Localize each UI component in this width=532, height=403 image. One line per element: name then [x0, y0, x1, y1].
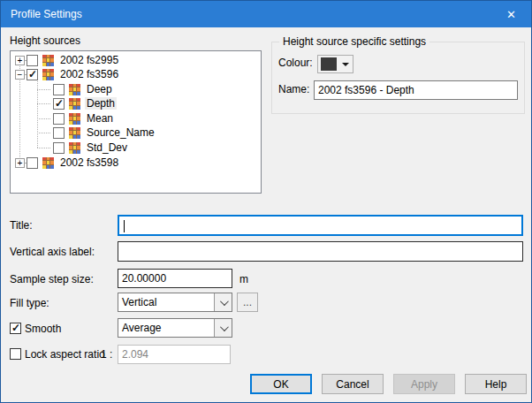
colour-label: Colour:	[278, 57, 313, 69]
raster-layer-icon	[42, 55, 54, 66]
lock-aspect-ratio-checkbox[interactable]	[10, 348, 21, 360]
close-button[interactable]: ✕	[491, 1, 531, 27]
tree-item-label: 2002 fs3598	[58, 156, 120, 169]
vertical-axis-label: Vertical axis label:	[10, 246, 95, 258]
sample-step-label: Sample step size:	[10, 273, 94, 285]
chevron-down-icon	[214, 293, 232, 311]
height-sources-tree[interactable]: + 2002 fs2995 − ✓ 2002 fs3596 Deep	[10, 50, 262, 194]
specific-settings-group: Height source specific settings Colour: …	[271, 42, 525, 114]
smooth-label: Smooth	[25, 323, 61, 335]
raster-layer-icon	[42, 69, 54, 80]
tree-row-std-dev[interactable]: Std_Dev	[11, 141, 259, 155]
tree-row-source-name[interactable]: Source_Name	[11, 125, 259, 140]
tree-item-label: Std_Dev	[85, 141, 129, 154]
tree-item-label: Mean	[85, 112, 115, 125]
tree-checkbox[interactable]	[53, 84, 65, 95]
tree-checkbox[interactable]	[53, 127, 65, 139]
chevron-down-icon	[342, 63, 349, 66]
title-input[interactable]	[118, 215, 523, 236]
tree-checkbox[interactable]	[53, 142, 65, 154]
smooth-method-select[interactable]: Average	[118, 318, 232, 338]
fill-type-select[interactable]: Vertical	[118, 293, 232, 312]
tree-checkbox[interactable]	[27, 157, 38, 169]
tree-checkbox[interactable]	[53, 113, 65, 125]
smooth-method-value: Average	[118, 322, 214, 334]
help-button[interactable]: Help	[465, 374, 527, 394]
raster-layer-icon	[42, 157, 54, 169]
raster-layer-icon	[69, 98, 80, 110]
cancel-button[interactable]: Cancel	[322, 374, 384, 394]
sample-step-input[interactable]	[118, 269, 232, 288]
raster-layer-icon	[69, 142, 80, 154]
tree-row-fs3596[interactable]: − ✓ 2002 fs3596	[11, 67, 259, 81]
text-caret	[124, 220, 125, 232]
sample-step-unit: m	[239, 273, 248, 285]
titlebar[interactable]: Profile Settings	[1, 1, 531, 27]
name-label: Name:	[278, 83, 309, 95]
ratio-input	[118, 345, 231, 364]
expand-icon[interactable]: +	[15, 158, 25, 168]
fill-type-more-button[interactable]: ...	[237, 293, 258, 312]
colour-dropdown[interactable]	[317, 55, 353, 73]
window-title: Profile Settings	[11, 8, 82, 20]
tree-checkbox[interactable]	[27, 55, 38, 66]
ok-button[interactable]: OK	[250, 374, 312, 394]
specific-settings-group-title: Height source specific settings	[279, 35, 429, 48]
apply-button: Apply	[393, 374, 455, 394]
tree-item-label: Deep	[85, 83, 114, 95]
close-icon: ✕	[506, 8, 516, 21]
profile-settings-dialog: Profile Settings ✕ Height sources + 2002…	[0, 0, 532, 403]
fill-type-label: Fill type:	[10, 297, 49, 309]
tree-checkbox-checked[interactable]: ✓	[53, 98, 65, 110]
tree-checkbox-checked[interactable]: ✓	[27, 69, 38, 80]
tree-item-label-selected: Depth	[85, 97, 117, 110]
raster-layer-icon	[69, 113, 80, 125]
raster-layer-icon	[69, 127, 80, 139]
lock-aspect-ratio-label: Lock aspect ratio	[25, 348, 105, 361]
title-label: Title:	[10, 219, 33, 232]
tree-item-label: Source_Name	[85, 126, 156, 139]
fill-type-value: Vertical	[118, 296, 214, 308]
height-sources-label: Height sources	[10, 34, 80, 47]
smooth-checkbox[interactable]: ✓	[10, 323, 21, 334]
chevron-down-icon	[214, 319, 232, 337]
name-input[interactable]	[314, 80, 518, 100]
tree-item-label: 2002 fs3596	[58, 68, 120, 80]
vertical-axis-input[interactable]	[118, 241, 523, 262]
tree-row-deep[interactable]: Deep	[11, 82, 259, 96]
tree-row-depth[interactable]: ✓ Depth	[11, 96, 259, 110]
tree-row-fs3598[interactable]: + 2002 fs3598	[11, 156, 259, 170]
colour-swatch	[321, 57, 337, 71]
tree-item-label: 2002 fs2995	[58, 54, 120, 66]
expand-icon[interactable]: +	[15, 56, 25, 65]
tree-row-mean[interactable]: Mean	[11, 111, 259, 125]
collapse-icon[interactable]: −	[15, 70, 25, 80]
raster-layer-icon	[69, 84, 80, 95]
ratio-prefix-label: 1 :	[101, 348, 112, 361]
tree-row-fs2995[interactable]: + 2002 fs2995	[11, 53, 259, 67]
